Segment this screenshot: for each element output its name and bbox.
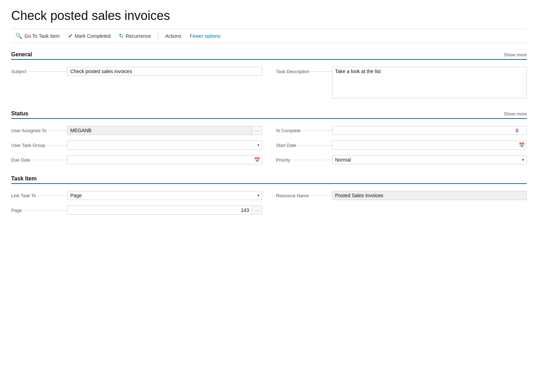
user-task-group-select-wrap <box>67 141 262 150</box>
actions-button[interactable]: Actions <box>161 32 186 40</box>
user-task-group-field-row: User Task Group <box>11 141 262 150</box>
percent-complete-input[interactable] <box>332 126 527 135</box>
page-value: ··· <box>67 206 262 215</box>
user-assigned-to-label: User Assigned To <box>11 126 67 133</box>
due-date-label: Due Date <box>11 155 67 163</box>
priority-label: Priority <box>276 155 332 163</box>
recurrence-label: Recurrence <box>125 33 151 39</box>
mark-completed-button[interactable]: ✔ Mark Completed <box>64 31 115 41</box>
start-date-value: 📅 <box>332 141 527 150</box>
subject-input[interactable] <box>67 67 262 76</box>
resource-name-field-row: Resource Name <box>276 191 527 200</box>
user-assigned-to-field-row: User Assigned To ··· <box>11 126 262 135</box>
task-description-field-row: Task Description Take a look at the list <box>276 67 527 99</box>
go-to-task-item-label: Go To Task Item <box>24 33 60 39</box>
task-item-fields: Link Task To Page Report Codeunit Resour… <box>11 191 527 215</box>
page-input-group: ··· <box>67 206 262 215</box>
link-task-to-select[interactable]: Page Report Codeunit <box>67 191 262 200</box>
priority-value: Normal Low High <box>332 155 527 164</box>
toolbar: 🔍 Go To Task Item ✔ Mark Completed ↻ Rec… <box>11 29 527 43</box>
check-circle-icon: ✔ <box>68 33 73 39</box>
subject-value <box>67 67 262 76</box>
user-assigned-to-input[interactable] <box>67 126 252 135</box>
status-heading: Status <box>11 111 28 117</box>
page-ellipsis-button[interactable]: ··· <box>252 206 262 215</box>
user-assigned-to-ellipsis-button[interactable]: ··· <box>252 126 262 135</box>
task-description-label: Task Description <box>276 67 332 74</box>
general-heading: General <box>11 51 32 58</box>
user-task-group-value <box>67 141 262 150</box>
resource-name-label: Resource Name <box>276 191 332 198</box>
recurrence-icon: ↻ <box>119 33 123 39</box>
link-task-to-label: Link Task To <box>11 191 67 198</box>
page-input[interactable] <box>67 206 252 215</box>
fewer-options-button[interactable]: Fewer options <box>186 32 225 40</box>
fewer-options-label: Fewer options <box>190 33 221 39</box>
status-fields: User Assigned To ··· % Complete <box>11 126 527 164</box>
task-item-section: Task Item Link Task To Page Report Codeu… <box>11 176 527 215</box>
link-task-to-field-row: Link Task To Page Report Codeunit <box>11 191 262 200</box>
link-task-to-select-wrap: Page Report Codeunit <box>67 191 262 200</box>
priority-field-row: Priority Normal Low High <box>276 155 527 164</box>
actions-label: Actions <box>165 33 181 39</box>
link-task-to-value: Page Report Codeunit <box>67 191 262 200</box>
user-assigned-to-value: ··· <box>67 126 262 135</box>
page-label: Page <box>11 206 67 213</box>
priority-select[interactable]: Normal Low High <box>332 155 527 164</box>
user-task-group-select[interactable] <box>67 141 262 150</box>
general-show-more[interactable]: Show more <box>504 52 527 57</box>
start-date-label: Start Date <box>276 141 332 148</box>
status-section: Status Show more User Assigned To ··· % … <box>11 111 527 164</box>
priority-select-wrap: Normal Low High <box>332 155 527 164</box>
task-item-section-header: Task Item <box>11 176 527 184</box>
resource-name-value <box>332 191 527 200</box>
percent-complete-value <box>332 126 527 135</box>
start-date-wrap: 📅 <box>332 141 527 150</box>
status-show-more[interactable]: Show more <box>504 111 527 116</box>
subject-field-row: Subject <box>11 67 262 99</box>
user-task-group-label: User Task Group <box>11 141 67 148</box>
user-assigned-to-input-group: ··· <box>67 126 262 135</box>
go-to-task-icon: 🔍 <box>15 33 22 39</box>
task-description-textarea[interactable]: Take a look at the list <box>332 67 527 98</box>
mark-completed-label: Mark Completed <box>75 33 111 39</box>
due-date-input[interactable] <box>67 155 262 164</box>
recurrence-button[interactable]: ↻ Recurrence <box>115 31 155 41</box>
percent-complete-field-row: % Complete <box>276 126 527 135</box>
general-section: General Show more Subject Task Descripti… <box>11 51 527 99</box>
general-section-header: General Show more <box>11 51 527 60</box>
start-date-input[interactable] <box>332 141 527 150</box>
page-field-row: Page ··· <box>11 206 262 215</box>
task-description-value: Take a look at the list <box>332 67 527 99</box>
due-date-wrap: 📅 <box>67 155 262 164</box>
toolbar-divider <box>158 32 158 40</box>
status-section-header: Status Show more <box>11 111 527 119</box>
resource-name-input <box>332 191 527 200</box>
subject-label: Subject <box>11 67 67 74</box>
percent-complete-label: % Complete <box>276 126 332 133</box>
task-item-heading: Task Item <box>11 176 37 182</box>
general-fields: Subject Task Description Take a look at … <box>11 67 527 99</box>
start-date-field-row: Start Date 📅 <box>276 141 527 150</box>
page-title: Check posted sales invoices <box>11 8 527 23</box>
due-date-field-row: Due Date 📅 <box>11 155 262 164</box>
go-to-task-item-button[interactable]: 🔍 Go To Task Item <box>11 31 64 41</box>
due-date-value: 📅 <box>67 155 262 164</box>
